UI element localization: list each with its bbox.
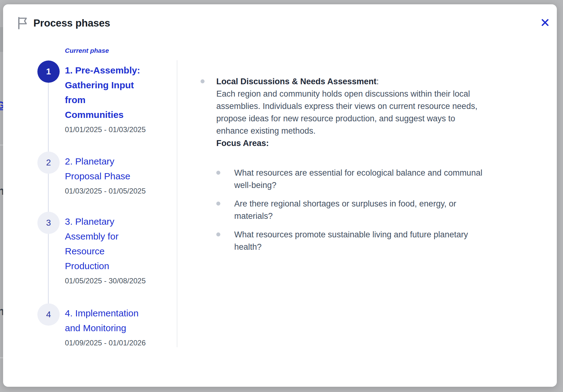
column-divider [177,60,177,347]
phase-item-1: 1 Current phase 1. Pre-Assembly: Gatheri… [37,46,159,134]
background-page-fragment [0,27,3,52]
focus-area-item: What resources are essential for ecologi… [216,167,544,191]
description-body: Each region and community holds open dis… [216,88,544,137]
background-text-fragment: n [0,185,3,199]
focus-area-item: What resources promote sustainable livin… [216,228,544,253]
phase-1-step-badge: 1 [37,60,60,83]
phase-1-dates: 01/01/2025 - 01/03/2025 [65,125,159,134]
phase-3-step-badge: 3 [37,212,60,234]
phase-item-4: 4 4. Implementation and Monitoring 01/09… [37,306,159,348]
phase-4-step-badge: 4 [37,303,60,326]
current-phase-label: Current phase [65,46,159,55]
description-heading: Local Discussions & Needs Assessment: [216,75,544,88]
background-divider-fragment [0,144,3,146]
phase-item-2: 2 2. Planetary Proposal Phase 01/03/2025… [37,154,159,196]
background-text-fragment: n [0,305,3,319]
dialog-title: Process phases [33,17,110,29]
phase-2-dates: 01/03/2025 - 01/05/2025 [65,186,159,196]
close-icon [541,19,549,27]
phase-2-title-link[interactable]: 2. Planetary Proposal Phase [65,154,159,184]
background-divider-fragment [0,357,3,358]
phase-description: Local Discussions & Needs Assessment: Ea… [216,75,544,259]
close-button[interactable] [538,15,552,30]
phase-3-title-link[interactable]: 3. Planetary Assembly for Resource Produ… [65,214,159,273]
focus-areas-list: What resources are essential for ecologi… [216,167,544,253]
phase-4-dates: 01/09/2025 - 01/01/2026 [65,338,159,348]
phase-item-3: 3 3. Planetary Assembly for Resource Pro… [37,214,159,286]
focus-areas-heading: Focus Areas: [216,137,544,149]
process-phases-dialog: Process phases 1 Current phase 1. Pre-As… [3,4,557,387]
phase-4-title-link[interactable]: 4. Implementation and Monitoring [65,306,159,336]
phase-2-step-badge: 2 [37,152,60,174]
dialog-header: Process phases [17,17,110,30]
flag-icon [17,17,28,30]
phase-1-title-link[interactable]: 1. Pre-Assembly: Gathering Input from Co… [65,63,159,122]
phase-3-dates: 01/05/2025 - 30/08/2025 [65,276,159,286]
focus-area-item: Are there regional shortages or surpluse… [216,198,544,222]
description-bullet: Local Discussions & Needs Assessment: Ea… [216,75,544,253]
